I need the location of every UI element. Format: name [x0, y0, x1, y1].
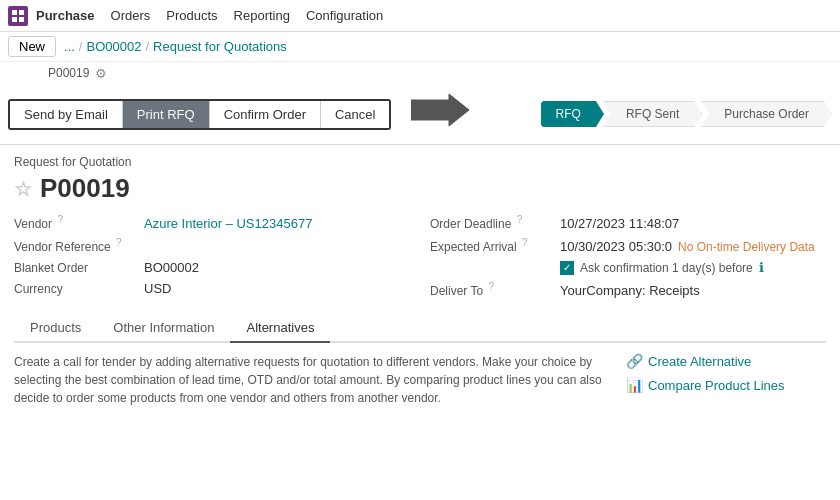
- breadcrumb-sep2: /: [145, 39, 149, 54]
- field-value-vendor[interactable]: Azure Interior – US12345677: [144, 216, 312, 231]
- info-icon[interactable]: ℹ: [759, 260, 764, 275]
- form-record-id-row: ☆ P00019: [14, 173, 826, 204]
- field-expected-arrival: Expected Arrival ? 10/30/2023 05:30:0 No…: [430, 237, 826, 254]
- status-rfq-sent[interactable]: RFQ Sent: [603, 101, 702, 127]
- field-deliver-to: Deliver To ? YourCompany: Receipts: [430, 281, 826, 298]
- tab-other-information[interactable]: Other Information: [97, 314, 230, 343]
- field-vendor: Vendor ? Azure Interior – US12345677: [14, 214, 410, 231]
- nav-reporting[interactable]: Reporting: [234, 8, 290, 23]
- field-currency: Currency USD: [14, 281, 410, 296]
- form-col-left: Vendor ? Azure Interior – US12345677 Ven…: [14, 214, 410, 304]
- breadcrumb-dots[interactable]: ...: [64, 39, 75, 54]
- field-value-order-deadline: 10/27/2023 11:48:07: [560, 216, 679, 231]
- send-email-button[interactable]: Send by Email: [10, 101, 123, 128]
- print-rfq-button[interactable]: Print RFQ: [123, 101, 210, 128]
- svg-rect-3: [19, 17, 24, 22]
- arrow-indicator: [411, 92, 471, 136]
- cancel-button[interactable]: Cancel: [321, 101, 389, 128]
- field-label-vendor-ref: Vendor Reference ?: [14, 237, 144, 254]
- new-button[interactable]: New: [8, 36, 56, 57]
- form-section-title: Request for Quotation: [14, 155, 826, 169]
- status-purchase-order[interactable]: Purchase Order: [701, 101, 832, 127]
- tab-products[interactable]: Products: [14, 314, 97, 343]
- checkbox-label: Ask confirmation 1: [580, 261, 679, 275]
- field-label-expected-arrival: Expected Arrival ?: [430, 237, 560, 254]
- breadcrumb: ... / BO00002 / Request for Quotations: [64, 39, 287, 54]
- tabs-row: Products Other Information Alternatives: [14, 314, 826, 343]
- field-value-blanket-order: BO00002: [144, 260, 199, 275]
- field-value-expected-arrival: 10/30/2023 05:30:0: [560, 239, 672, 254]
- action-buttons-group: Send by Email Print RFQ Confirm Order Ca…: [8, 99, 391, 130]
- action-bar: Send by Email Print RFQ Confirm Order Ca…: [0, 84, 840, 145]
- field-label-currency: Currency: [14, 282, 144, 296]
- compare-product-lines-link[interactable]: 📊 Compare Product Lines: [626, 377, 826, 393]
- alternatives-description: Create a call for tender by adding alter…: [14, 353, 606, 407]
- breadcrumb-row: New ... / BO00002 / Request for Quotatio…: [0, 32, 840, 62]
- field-label-vendor: Vendor ?: [14, 214, 144, 231]
- field-order-deadline: Order Deadline ? 10/27/2023 11:48:07: [430, 214, 826, 231]
- top-nav: Purchase Orders Products Reporting Confi…: [0, 0, 840, 32]
- record-name-row: P00019 ⚙: [0, 62, 840, 84]
- svg-marker-4: [411, 94, 469, 126]
- form-area: Request for Quotation ☆ P00019 Vendor ? …: [0, 145, 840, 427]
- svg-rect-1: [19, 10, 24, 15]
- nav-products[interactable]: Products: [166, 8, 217, 23]
- help-icon-vendor-ref[interactable]: ?: [116, 237, 122, 248]
- form-record-id: P00019: [40, 173, 130, 204]
- status-rfq[interactable]: RFQ: [541, 101, 604, 127]
- help-icon-deliver-to[interactable]: ?: [488, 281, 494, 292]
- field-label-deliver-to: Deliver To ?: [430, 281, 560, 298]
- nav-configuration[interactable]: Configuration: [306, 8, 383, 23]
- checkbox-confirmation-row: ✓ Ask confirmation 1 day(s) before ℹ: [560, 260, 826, 275]
- gear-icon[interactable]: ⚙: [95, 66, 107, 81]
- confirm-order-button[interactable]: Confirm Order: [210, 101, 321, 128]
- field-label-order-deadline: Order Deadline ?: [430, 214, 560, 231]
- create-alternative-link[interactable]: 🔗 Create Alternative: [626, 353, 826, 369]
- compare-product-lines-label: Compare Product Lines: [648, 378, 785, 393]
- tab-alternatives[interactable]: Alternatives: [230, 314, 330, 343]
- help-icon-order-deadline[interactable]: ?: [517, 214, 523, 225]
- create-alternative-label: Create Alternative: [648, 354, 751, 369]
- form-col-right: Order Deadline ? 10/27/2023 11:48:07 Exp…: [430, 214, 826, 304]
- create-alternative-icon: 🔗: [626, 353, 643, 369]
- app-name: Purchase: [36, 8, 95, 23]
- form-fields: Vendor ? Azure Interior – US12345677 Ven…: [14, 214, 826, 304]
- favorite-star-icon[interactable]: ☆: [14, 177, 32, 201]
- breadcrumb-current: Request for Quotations: [153, 39, 287, 54]
- field-label-blanket-order: Blanket Order: [14, 261, 144, 275]
- on-time-warning: No On-time Delivery Data: [678, 240, 815, 254]
- compare-product-lines-icon: 📊: [626, 377, 643, 393]
- help-icon-expected-arrival[interactable]: ?: [522, 237, 528, 248]
- field-vendor-ref: Vendor Reference ?: [14, 237, 410, 254]
- tab-alternatives-content: Create a call for tender by adding alter…: [14, 343, 826, 417]
- app-logo: [8, 6, 28, 26]
- status-bar: RFQ RFQ Sent Purchase Order: [542, 101, 832, 127]
- breadcrumb-sep1: /: [79, 39, 83, 54]
- help-icon-vendor[interactable]: ?: [57, 214, 63, 225]
- field-blanket-order: Blanket Order BO00002: [14, 260, 410, 275]
- alternatives-actions: 🔗 Create Alternative 📊 Compare Product L…: [626, 353, 826, 407]
- checkbox-suffix: day(s) before: [682, 261, 753, 275]
- record-id-small: P00019: [48, 66, 89, 80]
- svg-rect-0: [12, 10, 17, 15]
- ask-confirmation-checkbox[interactable]: ✓: [560, 261, 574, 275]
- breadcrumb-blanket-order[interactable]: BO00002: [86, 39, 141, 54]
- field-value-currency: USD: [144, 281, 171, 296]
- field-value-deliver-to: YourCompany: Receipts: [560, 283, 700, 298]
- svg-rect-2: [12, 17, 17, 22]
- nav-orders[interactable]: Orders: [111, 8, 151, 23]
